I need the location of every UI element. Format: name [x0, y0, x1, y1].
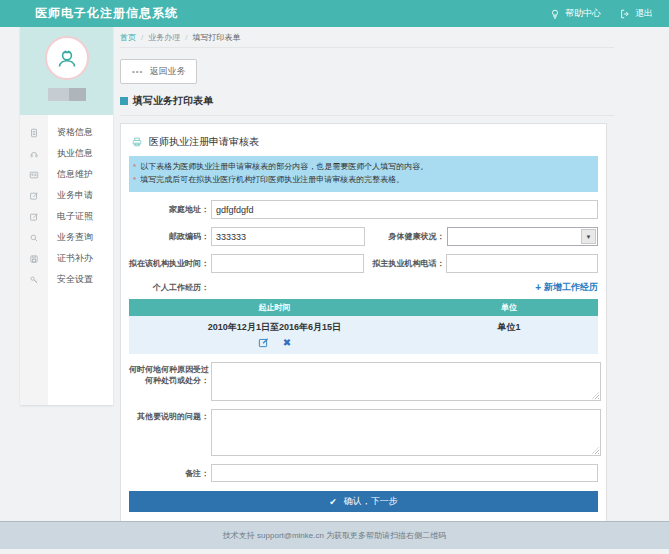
breadcrumb: 首页 / 业务办理 / 填写打印表单	[120, 27, 614, 48]
punishment-textarea[interactable]	[211, 362, 601, 401]
main-content: 首页 / 业务办理 / 填写打印表单 ••• 返回业务 填写业务打印表单 医师执…	[120, 27, 614, 523]
edit-square-icon	[20, 191, 48, 201]
page-footer: 技术支持 support@minke.cn 为获取更多帮助请扫描右侧二维码	[0, 521, 669, 549]
breadcrumb-business[interactable]: 业务办理	[148, 32, 180, 43]
help-center-label: 帮助中心	[565, 7, 601, 20]
org-phone-label: 拟主执业机构电话：	[364, 258, 444, 269]
doctor-icon	[54, 45, 80, 71]
breadcrumb-separator: /	[185, 33, 187, 42]
asterisk-icon: *	[133, 173, 136, 186]
plus-icon: +	[535, 282, 541, 293]
help-center-button[interactable]: 帮助中心	[549, 7, 601, 20]
health-status-label: 身体健康状况：	[365, 231, 445, 242]
punishment-label: 何时何地何种原因受过何种处罚或处分：	[129, 362, 209, 386]
remark-label: 备注：	[129, 468, 209, 479]
work-period-value: 2010年12月1日至2016年6月15日	[129, 321, 420, 334]
edit-square-icon	[20, 212, 48, 222]
health-status-select[interactable]: ▼	[447, 227, 598, 246]
asterisk-icon: *	[133, 160, 136, 173]
home-address-row: 家庭地址：	[129, 200, 598, 219]
sidebar-item-electronic-license[interactable]: 电子证照	[20, 206, 113, 227]
delete-icon[interactable]: ✖	[283, 338, 291, 348]
practice-time-label: 拟在该机构执业时间：	[129, 258, 209, 269]
support-text: 技术支持 support@minke.cn 为获取更多帮助请扫描右侧二维码	[223, 530, 446, 541]
sidebar-item-info-maintenance[interactable]: 信息维护	[20, 164, 113, 185]
edit-icon[interactable]	[258, 337, 269, 348]
remark-input[interactable]	[211, 464, 598, 482]
remark-row: 备注：	[129, 464, 598, 482]
practice-time-input[interactable]	[211, 254, 364, 273]
other-issues-row: 其他要说明的问题：	[129, 409, 598, 456]
headset-icon	[20, 149, 48, 159]
home-address-label: 家庭地址：	[129, 204, 209, 215]
check-icon: ✔	[329, 497, 337, 507]
search-icon	[20, 233, 48, 243]
key-icon	[20, 275, 48, 285]
confirm-next-label: 确认，下一步	[344, 495, 398, 508]
sidebar-item-business-apply[interactable]: 业务申请	[20, 185, 113, 206]
column-header-period: 起止时间	[129, 299, 420, 316]
dropdown-button[interactable]: ▼	[581, 229, 596, 244]
logout-icon	[619, 8, 631, 20]
lightbulb-icon	[549, 8, 561, 20]
sidebar-item-security-settings[interactable]: 安全设置	[20, 269, 113, 290]
org-phone-input[interactable]	[446, 254, 598, 273]
sidebar: 资格信息 执业信息 信息维护 业务申请 电子证照 业务查询 证书补办 安全设置	[20, 27, 113, 405]
punishment-row: 何时何地何种原因受过何种处罚或处分：	[129, 362, 598, 401]
chevron-down-icon: ▼	[586, 234, 592, 240]
work-history-label: 个人工作经历：	[129, 282, 209, 293]
form-title: 医师执业注册申请审核表	[131, 135, 598, 149]
user-name-redacted	[48, 88, 86, 101]
logout-label: 退出	[635, 7, 653, 20]
sidebar-item-qualification-info[interactable]: 资格信息	[20, 122, 113, 143]
avatar[interactable]	[45, 36, 89, 80]
postal-code-label: 邮政编码：	[129, 231, 209, 242]
postal-code-input[interactable]	[211, 227, 365, 246]
row-actions: ✖	[129, 337, 420, 348]
notice-line: * 以下表格为医师执业注册申请审核表的部分内容，也是需要医师个人填写的内容。	[133, 160, 591, 173]
other-issues-label: 其他要说明的问题：	[129, 409, 209, 422]
postal-health-row: 邮政编码： 身体健康状况： ▼	[129, 227, 598, 246]
table-row: 2010年12月1日至2016年6月15日 ✖ 单位1	[129, 316, 598, 354]
work-history-row: 个人工作经历： + 新增工作经历	[129, 281, 598, 294]
header-actions: 帮助中心 退出	[549, 0, 653, 27]
add-work-history-link[interactable]: + 新增工作经历	[535, 281, 598, 294]
notice-box: * 以下表格为医师执业注册申请审核表的部分内容，也是需要医师个人填写的内容。 *…	[129, 156, 598, 192]
page-title: 填写业务打印表单	[120, 94, 614, 116]
form-panel: 医师执业注册申请审核表 * 以下表格为医师执业注册申请审核表的部分内容，也是需要…	[120, 123, 607, 523]
column-header-unit: 单位	[420, 299, 598, 316]
return-business-label: 返回业务	[149, 65, 185, 78]
user-profile-area	[20, 27, 113, 115]
work-unit-value: 单位1	[420, 321, 598, 334]
confirm-next-button[interactable]: ✔ 确认，下一步	[129, 491, 598, 512]
practice-time-phone-row: 拟在该机构执业时间： 拟主执业机构电话：	[129, 254, 598, 273]
app-header: 医师电子化注册信息系统 帮助中心 退出	[0, 0, 669, 27]
sidebar-item-business-query[interactable]: 业务查询	[20, 227, 113, 248]
work-history-table: 起止时间 单位 2010年12月1日至2016年6月15日 ✖	[129, 299, 598, 354]
sidebar-menu: 资格信息 执业信息 信息维护 业务申请 电子证照 业务查询 证书补办 安全设置	[20, 115, 113, 290]
printer-icon	[131, 136, 143, 148]
sidebar-item-practice-info[interactable]: 执业信息	[20, 143, 113, 164]
other-issues-textarea[interactable]	[211, 409, 601, 456]
id-card-icon	[20, 170, 48, 180]
save-icon	[20, 254, 48, 264]
section-square-icon	[120, 97, 128, 105]
document-icon	[20, 128, 48, 138]
return-business-button[interactable]: ••• 返回业务	[120, 59, 197, 84]
ellipsis-icon: •••	[132, 70, 143, 74]
table-header-row: 起止时间 单位	[129, 299, 598, 316]
logout-button[interactable]: 退出	[619, 7, 653, 20]
app-title: 医师电子化注册信息系统	[35, 5, 178, 22]
notice-line: * 填写完成后可在拟执业医疗机构打印医师执业注册申请审核表的完整表格。	[133, 173, 591, 186]
breadcrumb-current: 填写打印表单	[192, 32, 240, 43]
breadcrumb-home[interactable]: 首页	[120, 32, 136, 43]
sidebar-item-certificate-reissue[interactable]: 证书补办	[20, 248, 113, 269]
home-address-input[interactable]	[211, 200, 598, 219]
breadcrumb-separator: /	[141, 33, 143, 42]
